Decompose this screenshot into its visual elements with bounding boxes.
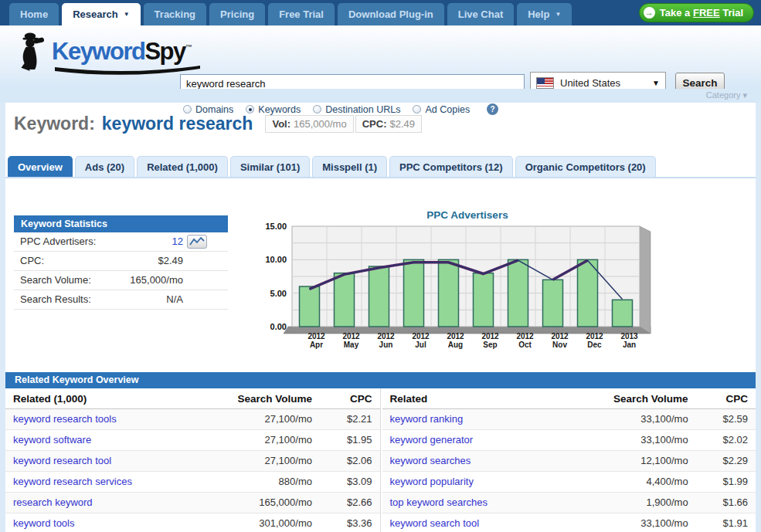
stat-label: CPC: [20,255,44,266]
cpc-cell: $3.09 [320,472,380,493]
category-strip: Category ▾ [0,89,761,103]
keyword-cell: keyword generator [382,430,588,451]
keyword-link[interactable]: keyword research tool [13,455,111,466]
keyword-link[interactable]: research keyword [13,496,93,508]
radio-icon[interactable] [246,105,254,114]
radio-icon[interactable] [183,105,192,114]
tab-ppc-competitors-12[interactable]: PPC Competitors (12) [389,156,513,178]
radio-icon[interactable] [413,105,421,114]
top-nav-items: HomeResearch▼TrackingPricingFree TrialDo… [9,3,572,25]
keyword-cell: keyword research tool [5,451,211,472]
table-row: research keyword165,000/mo$2.66 [5,493,380,513]
search-volume-cell: 301,000/mo [211,513,320,532]
nav-item-live-chat[interactable]: Live Chat [447,3,515,25]
keyword-link[interactable]: keyword tools [13,517,74,529]
keyword-statistics-header: Keyword Statistics [14,215,228,232]
nav-item-label: Live Chat [458,8,504,20]
cpc-cell: $1.99 [696,472,756,493]
keyword-cell: keyword research services [5,472,211,493]
nav-item-label: Free Trial [279,8,324,20]
stat-row-cpc: CPC:$2.49 [14,252,228,271]
free-trial-button[interactable]: → Take a FREE Trial [639,3,754,22]
svg-text:2013Jan: 2013Jan [620,332,638,349]
cpc-cell: $1.66 [696,493,756,513]
column-header-related-1-000: Related (1,000) [5,388,211,409]
nav-item-tracking[interactable]: Tracking [144,3,206,25]
related-overview-body: Related (1,000)Search VolumeCPC keyword … [5,388,756,532]
nav-item-label: Home [20,8,48,20]
tab-ads-20[interactable]: Ads (20) [75,156,134,178]
keywordspy-page: HomeResearch▼TrackingPricingFree TrialDo… [0,0,761,532]
svg-text:10.00: 10.00 [265,255,287,264]
svg-text:15.00: 15.00 [265,222,287,231]
table-row: keyword popularity4,400/mo$1.99 [382,472,756,493]
keyword-link[interactable]: keyword ranking [390,413,464,425]
keyword-statistics-rows: PPC Advertisers:12CPC:$2.49Search Volume… [14,232,228,310]
tab-similar-101[interactable]: Similar (101) [230,156,310,178]
cpc-cell: $2.66 [320,493,380,513]
svg-text:2012Jun: 2012Jun [377,332,395,349]
spy-icon [15,32,48,72]
svg-text:2012Dec: 2012Dec [586,332,603,349]
column-header-cpc: CPC [320,388,380,409]
table-header-row: RelatedSearch VolumeCPC [382,388,756,409]
table-header-row: Related (1,000)Search VolumeCPC [5,388,380,409]
stat-value: N/A [166,290,183,309]
tab-organic-competitors-20[interactable]: Organic Competitors (20) [515,156,656,178]
keyword-cell: keyword software [5,430,211,451]
table-row: keyword research tool27,100/mo$2.06 [5,451,380,472]
table-row: keyword generator33,100/mo$2.02 [382,430,756,451]
related-overview-header: Related Keyword Overview [5,372,756,388]
keyword-link[interactable]: top keyword searches [390,496,488,508]
cpc-badge: CPC:$2.49 [355,115,422,133]
nav-item-label: Research [73,8,118,20]
tab-related-1-000[interactable]: Related (1,000) [137,156,228,178]
tab-underline [5,177,756,178]
nav-item-free-trial[interactable]: Free Trial [268,3,335,25]
cpc-cell: $2.02 [696,430,756,451]
keyword-link[interactable]: keyword search tool [390,517,480,529]
keyword-link[interactable]: keyword searches [390,455,471,466]
page-title-label: Keyword: [14,114,95,134]
keyword-link[interactable]: keyword research tools [13,413,117,425]
logo-text: KeywordSpy™ [52,32,192,72]
table-row: keyword research tools27,100/mo$2.21 [5,409,380,430]
column-header-search-volume: Search Volume [587,388,695,409]
column-header-cpc: CPC [696,388,756,409]
keyword-link[interactable]: keyword generator [390,434,474,446]
search-volume-cell: 165,000/mo [211,493,320,513]
left-edge-strip [0,103,5,532]
svg-text:0.00: 0.00 [270,322,287,331]
tab-overview[interactable]: Overview [8,156,73,178]
mini-chart-button[interactable] [187,235,207,249]
category-dropdown[interactable]: Category ▾ [706,90,747,100]
nav-item-label: Help [528,8,549,20]
stat-label: Search Volume: [20,274,91,286]
keyword-cell: keyword search tool [382,513,588,532]
tab-misspell-1[interactable]: Misspell (1) [312,156,387,178]
search-volume-cell: 880/mo [211,472,320,493]
nav-item-research[interactable]: Research▼ [62,3,140,25]
keyword-cell: top keyword searches [382,493,588,513]
help-icon[interactable]: ? [487,103,498,115]
svg-text:2012Apr: 2012Apr [307,332,325,349]
table-row: keyword research services880/mo$3.09 [5,472,380,493]
radio-icon[interactable] [313,105,321,114]
related-table-left-wrap: Related (1,000)Search VolumeCPC keyword … [5,388,381,532]
search-volume-cell: 33,100/mo [587,409,695,430]
header: KeywordSpy™ DomainsKeywordsDestination U… [0,25,761,89]
nav-item-label: Download Plug-in [348,8,433,20]
keyword-link[interactable]: keyword software [13,434,91,446]
nav-item-download-plug-in[interactable]: Download Plug-in [338,3,444,25]
stat-label: PPC Advertisers: [20,236,96,247]
keyword-link[interactable]: keyword research services [13,476,132,487]
nav-item-help[interactable]: Help▼ [517,3,572,25]
svg-text:2012May: 2012May [342,332,360,349]
line-chart-icon [189,236,206,247]
keyword-link[interactable]: keyword popularity [390,476,474,487]
nav-item-pricing[interactable]: Pricing [209,3,265,25]
stat-value[interactable]: 12 [172,232,183,251]
nav-item-home[interactable]: Home [9,3,59,25]
cpc-cell: $3.36 [320,513,380,532]
stat-value: $2.49 [158,252,183,270]
